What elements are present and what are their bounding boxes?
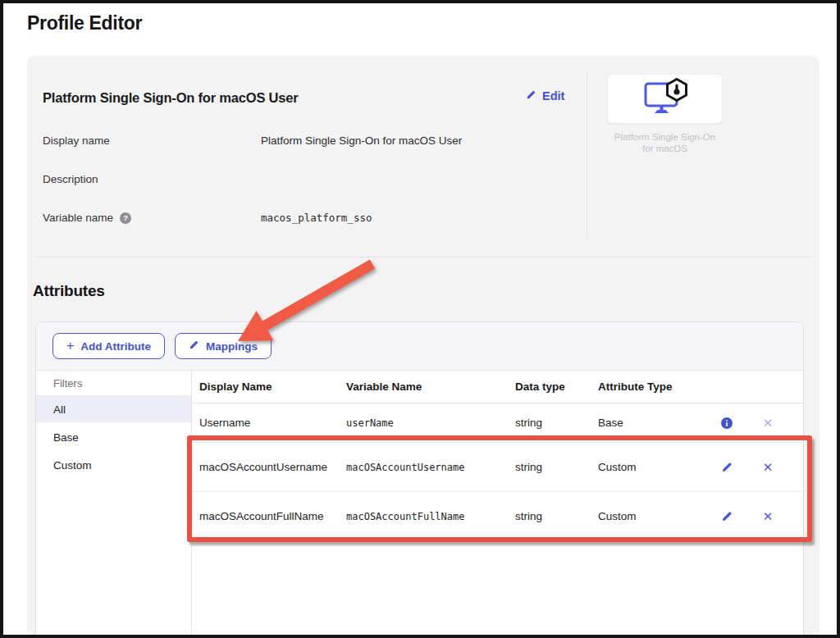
close-icon[interactable]: ✕ xyxy=(760,459,776,476)
profile-type-caption: Platform Single Sign-On for macOS xyxy=(597,131,733,154)
app-window: Profile Editor Platform Single Sign-On f… xyxy=(0,0,840,638)
display-name-label: Display name xyxy=(43,134,261,147)
cell-variable-name: macOSAccountFullName xyxy=(346,511,515,522)
variable-name-label: Variable name ? xyxy=(43,212,261,224)
caption-line-2: for macOS xyxy=(597,143,733,154)
cell-variable-name: macOSAccountUsername xyxy=(346,462,515,473)
cell-data-type: string xyxy=(515,510,598,522)
pencil-icon[interactable] xyxy=(719,508,735,525)
help-icon[interactable]: ? xyxy=(120,212,131,224)
edit-button[interactable]: Edit xyxy=(526,89,564,103)
cell-attribute-type: Custom xyxy=(598,461,719,473)
display-name-value: Platform Single Sign-On for macOS User xyxy=(261,134,462,147)
attributes-heading: Attributes xyxy=(33,282,105,300)
column-header-display-name: Display Name xyxy=(192,381,346,393)
add-attribute-button[interactable]: + Add Attribute xyxy=(52,333,165,359)
table-row: macOSAccountUsername macOSAccountUsernam… xyxy=(192,443,803,492)
table-header-row: Display Name Variable Name Data type Att… xyxy=(192,371,803,403)
attributes-content: Filters All Base Custom Display Name Var… xyxy=(36,371,803,638)
section-divider xyxy=(34,257,812,257)
mappings-button[interactable]: Mappings xyxy=(175,333,272,359)
column-header-variable-name: Variable Name xyxy=(346,381,515,393)
attributes-panel: + Add Attribute Mappings Filters All Bas… xyxy=(35,321,804,638)
column-header-data-type: Data type xyxy=(515,381,598,393)
cell-display-name: Username xyxy=(192,417,346,429)
field-row-variable-name: Variable name ? macos_platform_sso xyxy=(43,212,372,224)
info-icon[interactable] xyxy=(719,415,735,431)
profile-type-tile xyxy=(607,74,723,124)
field-row-display-name: Display name Platform Single Sign-On for… xyxy=(43,134,462,147)
plus-icon: + xyxy=(66,339,74,353)
variable-name-label-text: Variable name xyxy=(43,212,113,224)
pencil-icon xyxy=(189,340,199,353)
row-actions: ✕ xyxy=(719,508,803,525)
column-header-attribute-type: Attribute Type xyxy=(598,381,719,393)
filters-sidebar: Filters All Base Custom xyxy=(36,371,192,638)
monitor-shield-icon xyxy=(640,78,691,121)
cell-attribute-type: Base xyxy=(598,417,719,429)
table-row: Username userName string Base ✕ xyxy=(192,403,803,443)
attributes-toolbar: + Add Attribute Mappings xyxy=(36,322,803,371)
profile-card: Platform Single Sign-On for macOS User E… xyxy=(27,56,819,638)
profile-title: Platform Single Sign-On for macOS User xyxy=(43,90,298,106)
filter-item-custom[interactable]: Custom xyxy=(36,452,191,478)
mappings-button-label: Mappings xyxy=(206,340,258,353)
description-label: Description xyxy=(43,173,261,185)
cell-attribute-type: Custom xyxy=(598,510,719,522)
close-icon[interactable]: ✕ xyxy=(760,508,776,525)
edit-button-label: Edit xyxy=(542,89,564,103)
filter-item-base[interactable]: Base xyxy=(36,424,191,450)
cell-data-type: string xyxy=(515,417,598,429)
row-actions: ✕ xyxy=(719,415,803,431)
table-row: macOSAccountFullName macOSAccountFullNam… xyxy=(192,492,803,541)
caption-line-1: Platform Single Sign-On xyxy=(597,131,733,143)
cell-data-type: string xyxy=(515,461,598,473)
cell-display-name: macOSAccountFullName xyxy=(192,505,346,527)
filters-label: Filters xyxy=(36,371,191,396)
cell-display-name: macOSAccountUsername xyxy=(192,456,346,478)
field-row-description: Description xyxy=(43,173,261,185)
add-attribute-label: Add Attribute xyxy=(80,340,151,353)
pencil-icon[interactable] xyxy=(719,459,735,476)
variable-name-value: macos_platform_sso xyxy=(261,212,372,224)
cell-variable-name: userName xyxy=(346,417,515,429)
close-icon[interactable]: ✕ xyxy=(760,415,776,431)
page-title: Profile Editor xyxy=(27,12,142,34)
table-empty-area xyxy=(192,541,803,638)
attributes-table: Display Name Variable Name Data type Att… xyxy=(192,371,803,638)
row-actions: ✕ xyxy=(719,459,803,476)
pencil-icon xyxy=(526,89,536,103)
filter-item-all[interactable]: All xyxy=(36,396,191,422)
vertical-divider xyxy=(587,74,587,239)
